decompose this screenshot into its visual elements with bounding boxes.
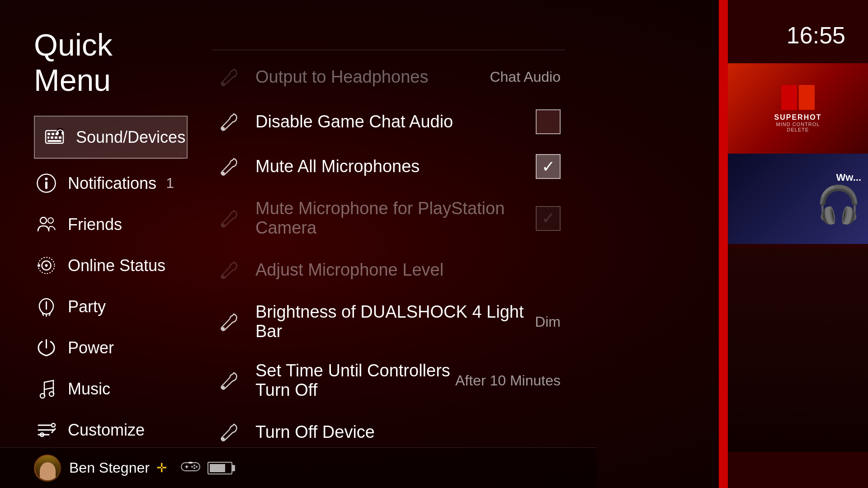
svg-point-42	[193, 465, 195, 466]
sidebar-label-notifications: Notifications	[68, 174, 156, 193]
checkbox-mute-ps-camera: ✓	[536, 206, 561, 231]
menu-value-light-bar: Dim	[535, 314, 561, 330]
sidebar-label-power: Power	[68, 338, 114, 357]
sidebar: Quick Menu	[0, 0, 194, 488]
wrench-icon-8	[217, 420, 242, 445]
friends-icon	[34, 212, 59, 237]
sidebar-item-music[interactable]: Music	[34, 368, 188, 409]
content-area: Output to Headphones Chat Audio Disable …	[194, 0, 592, 488]
svg-rect-15	[45, 182, 47, 189]
checkbox-mute-microphones[interactable]: ✓	[536, 154, 561, 179]
menu-label-light-bar: Brightness of DUALSHOCK 4 Light Bar	[255, 302, 535, 341]
svg-point-34	[222, 224, 225, 226]
right-panel: SUPERHOT MIND CONTROL DELETE Ww... 🎧	[728, 0, 868, 488]
sidebar-divider	[34, 159, 183, 159]
svg-point-35	[222, 275, 225, 278]
wrench-icon-1	[217, 65, 242, 89]
svg-rect-8	[59, 136, 61, 139]
svg-rect-1	[47, 133, 50, 135]
clock-display: 16:55	[787, 22, 845, 49]
menu-label-controller-turnoff: Set Time Until Controllers Turn Off	[255, 361, 455, 400]
menu-value-output-headphones: Chat Audio	[490, 69, 561, 85]
menu-item-disable-game-chat[interactable]: Disable Game Chat Audio	[212, 99, 565, 144]
page-title: Quick Menu	[34, 27, 194, 98]
sidebar-label-customize: Customize	[68, 421, 145, 440]
customize-icon	[34, 418, 59, 442]
svg-rect-2	[52, 133, 54, 135]
svg-point-19	[45, 264, 48, 267]
wrench-icon-5	[217, 258, 242, 282]
wrench-icon-7	[217, 368, 242, 393]
battery-body	[208, 462, 232, 474]
svg-point-33	[222, 172, 225, 174]
notification-badge: 1	[166, 175, 179, 192]
sidebar-label-friends: Friends	[68, 215, 122, 234]
game-thumbnail-1: SUPERHOT MIND CONTROL DELETE	[728, 63, 868, 154]
svg-point-36	[222, 327, 225, 330]
battery-indicator	[208, 462, 232, 474]
checkmark-ps-camera: ✓	[542, 210, 555, 226]
sidebar-item-friends[interactable]: Friends	[34, 204, 188, 245]
menu-label-disable-game-chat: Disable Game Chat Audio	[255, 112, 536, 131]
svg-point-14	[45, 178, 48, 180]
menu-label-mute-ps-camera: Mute Microphone for PlayStation Camera	[255, 199, 536, 238]
ps-plus-icon: ✛	[156, 460, 167, 475]
music-icon	[34, 376, 59, 401]
info-icon	[34, 171, 59, 196]
party-icon	[34, 294, 59, 319]
sidebar-item-party[interactable]: Party	[34, 286, 188, 327]
svg-point-32	[222, 127, 225, 130]
svg-point-44	[193, 467, 195, 469]
wrench-icon-4	[217, 206, 242, 231]
svg-rect-6	[51, 136, 53, 139]
username-display: Ben Stegner	[69, 460, 150, 476]
menu-label-output-headphones: Output to Headphones	[255, 67, 490, 87]
content-divider-top	[212, 50, 565, 50]
svg-point-17	[48, 218, 53, 223]
svg-point-16	[40, 217, 47, 224]
sidebar-item-online-status[interactable]: Online Status	[34, 245, 188, 286]
battery-fill	[210, 464, 225, 472]
menu-label-turn-off-device: Turn Off Device	[255, 422, 561, 442]
menu-item-mute-ps-camera[interactable]: Mute Microphone for PlayStation Camera ✓	[212, 189, 565, 248]
menu-label-adjust-mic: Adjust Microphone Level	[255, 260, 561, 280]
game-thumbnail-2: Ww... 🎧	[728, 154, 868, 244]
svg-rect-7	[55, 136, 57, 139]
status-bar: Ben Stegner ✛	[0, 447, 597, 488]
svg-rect-5	[47, 136, 49, 139]
checkmark-mute-microphones: ✓	[542, 159, 555, 175]
sidebar-item-sound-devices[interactable]: Sound/Devices	[34, 116, 188, 159]
wrench-icon-3	[217, 154, 242, 179]
menu-item-adjust-mic[interactable]: Adjust Microphone Level	[212, 248, 565, 292]
svg-point-38	[222, 437, 225, 440]
sidebar-item-notifications[interactable]: Notifications 1	[34, 163, 188, 204]
svg-point-31	[222, 82, 225, 85]
sidebar-item-power[interactable]: Power	[34, 327, 188, 368]
wrench-icon-6	[217, 310, 242, 334]
power-icon	[34, 335, 59, 360]
wrench-icon-2	[217, 109, 242, 134]
sidebar-label-online-status: Online Status	[68, 256, 165, 275]
headphone-decoration: 🎧	[816, 183, 861, 226]
checkbox-disable-game-chat[interactable]	[536, 109, 561, 134]
person-silhouette	[728, 249, 868, 452]
svg-rect-46	[189, 462, 193, 464]
svg-rect-9	[47, 140, 61, 142]
menu-item-light-bar[interactable]: Brightness of DUALSHOCK 4 Light Bar Dim	[212, 292, 565, 351]
svg-point-37	[222, 386, 225, 389]
svg-point-43	[196, 466, 198, 468]
menu-item-output-headphones[interactable]: Output to Headphones Chat Audio	[212, 55, 565, 99]
svg-rect-11	[57, 131, 59, 135]
menu-value-controller-turnoff: After 10 Minutes	[455, 372, 561, 389]
red-accent-bar	[719, 0, 728, 488]
avatar	[34, 455, 61, 482]
online-icon	[34, 253, 59, 278]
keyboard-icon	[42, 125, 67, 150]
menu-label-mute-microphones: Mute All Microphones	[255, 157, 536, 176]
svg-point-45	[191, 466, 193, 468]
menu-item-controller-turnoff[interactable]: Set Time Until Controllers Turn Off Afte…	[212, 351, 565, 410]
sidebar-label-music: Music	[68, 380, 110, 399]
svg-rect-12	[61, 131, 64, 135]
menu-item-mute-microphones[interactable]: Mute All Microphones ✓	[212, 144, 565, 189]
sidebar-item-customize[interactable]: Customize	[34, 409, 188, 450]
